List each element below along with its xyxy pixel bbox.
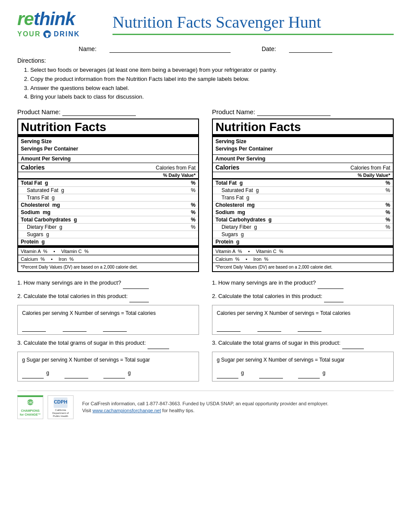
total-sugar-blank-2[interactable] [298,368,320,378]
directions-label: Directions: [17,57,394,64]
total-sugar-blank-1[interactable] [103,368,125,378]
nf-label-2: Nutrition Facts Serving Size Servings Pe… [212,119,394,272]
date-field[interactable] [289,45,332,53]
champions-label: CHAMPIONSfor CHANGE™ [20,409,41,417]
direction-item-3: Answer the questions below each label. [30,84,394,93]
nf-row-sodium-1: Sodium mg % [18,209,198,216]
nf-serving-info-2: Serving Size Servings Per Container [213,137,393,155]
cdph-logo: CDPH CaliforniaDepartment ofPublic Healt… [48,395,74,419]
nf-row-sugars-1: Sugars g [18,231,198,238]
logo-drink-text: DRINK [54,30,80,38]
question-2-2: 2. Calculate the total calories in this … [212,291,394,302]
footer-visit-text: Visit [82,408,93,413]
footer-logos: C4C CHAMPIONSfor CHANGE™ CDPH California… [17,395,74,419]
nf-minerals-1: Calcium % • Iron % [18,255,198,263]
logo-think-text: think [34,9,75,29]
nf-row-dietary-fiber-2: Dietary Fiber g % [213,224,393,231]
nf-calories-label-1: Calories [21,164,45,171]
nf-row-trans-fat-2: Trans Fat g [213,194,393,202]
nf-title-1: Nutrition Facts [18,119,198,137]
serving-size-label-2: Serving Size [215,138,390,145]
question-2-3: 3. Calculate the total grams of sugar in… [212,337,394,349]
nf-row-sodium-2: Sodium mg % [213,209,393,216]
calc-blanks-calories-1 [22,320,194,332]
calc-box-sugar-1: g Sugar per serving X Number of servings… [17,352,199,381]
nf-calories-row-1: Calories Calories from Fat [18,163,198,172]
nf-row-protein-2: Protein g [213,238,393,247]
direction-item-4: Bring your labels back to class for disc… [30,93,394,102]
direction-item-1: Select two foods or beverages (at least … [30,66,394,75]
nf-amount-per-1: Amount Per Serving [18,155,198,163]
q3-answer-1[interactable] [148,337,169,349]
nf-amount-per-2: Amount Per Serving [213,155,393,163]
name-field[interactable] [109,45,231,53]
nf-footnote-2: *Percent Daily Values (DV) are based on … [213,263,393,271]
nf-row-total-carb-2: Total Carbohydrates g % [213,216,393,224]
num-servings-blank-1[interactable] [63,321,87,332]
nf-row-total-fat-2: Total Fat g % [213,179,393,187]
date-label: Date: [262,45,276,53]
nf-calories-from-fat-2: Calories from Fat [350,165,390,171]
nf-calories-row-2: Calories Calories from Fat [213,163,393,172]
num-servings-blank-2[interactable] [257,321,281,332]
questions-1: 1. How many servings are in the product?… [17,277,199,381]
sugar-per-serving-blank-1[interactable] [22,368,44,378]
servings-per-label-2: Servings Per Container [215,145,390,153]
servings-per-label-1: Servings Per Container [21,145,196,153]
product-2-name-label: Product Name: [212,108,255,115]
nf-row-sugars-2: Sugars g [213,231,393,238]
footer-link[interactable]: www.cachampionsforchange.net [93,408,161,413]
header-title-area: Nutrition Facts Scavenger Hunt [104,13,394,35]
directions-section: Directions: Select two foods or beverage… [17,57,394,102]
product-1-name-row: Product Name: [17,108,199,116]
total-calories-blank-1[interactable] [103,321,127,332]
question-1-3: 3. Calculate the total grams of sugar in… [17,337,199,349]
calc-formula-calories-1: Calories per serving X Number of serving… [22,308,194,318]
nf-row-cholesterol-1: Cholesterol mg % [18,202,198,209]
question-2-1: 1. How many servings are in the product? [212,277,394,289]
calc-blanks-sugar-2: g g [217,367,389,378]
calories-per-serving-blank-1[interactable] [22,321,46,332]
q1-answer-2[interactable] [318,277,344,289]
nf-row-sat-fat-2: Saturated Fat g % [213,187,393,194]
product-1-name-field[interactable] [62,108,136,116]
product-column-1: Product Name: Nutrition Facts Serving Si… [17,108,199,384]
nf-row-total-fat-1: Total Fat g % [18,179,198,187]
rethink-logo: re think YOUR DRINK [17,9,104,39]
q2-answer-2[interactable] [324,291,344,302]
page-footer: C4C CHAMPIONSfor CHANGE™ CDPH California… [17,391,394,419]
total-calories-blank-2[interactable] [298,321,321,332]
nf-vitamins-2: Vitamin A % • Vitamin C % [213,247,393,255]
svg-text:CDPH: CDPH [54,399,67,404]
nf-label-1: Nutrition Facts Serving Size Servings Pe… [17,119,199,272]
nf-row-trans-fat-1: Trans Fat g [18,194,198,202]
q3-answer-2[interactable] [342,337,364,349]
calc-box-sugar-2: g Sugar per serving X Number of servings… [212,352,394,381]
page-title: Nutrition Facts Scavenger Hunt [112,13,394,35]
calories-per-serving-blank-2[interactable] [217,321,241,332]
sugar-num-servings-blank-2[interactable] [259,368,283,378]
nf-dv-header-2: % Daily Value* [213,172,393,179]
q1-answer-1[interactable] [123,277,149,289]
q2-answer-1[interactable] [129,291,149,302]
nf-row-protein-1: Protein g [18,238,198,247]
nf-serving-info-1: Serving Size Servings Per Container [18,137,198,155]
svg-text:C4C: C4C [27,401,33,404]
product-2-name-field[interactable] [257,108,331,116]
calc-formula-calories-2: Calories per serving X Number of serving… [217,308,389,318]
cdph-icon: CDPH [53,397,68,409]
two-column-layout: Product Name: Nutrition Facts Serving Si… [17,108,394,384]
nf-dv-header-1: % Daily Value* [18,172,198,179]
logo-your-text: YOUR [17,30,41,38]
calc-box-calories-2: Calories per serving X Number of serving… [212,305,394,335]
cup-icon [42,29,52,39]
footer-text: For CalFresh information, call 1-877-847… [82,400,328,414]
calc-formula-sugar-1: g Sugar per serving X Number of servings… [22,355,194,365]
nf-row-total-carb-1: Total Carbohydrates g % [18,216,198,224]
question-1-2: 2. Calculate the total calories in this … [17,291,199,302]
nf-footnote-1: *Percent Daily Values (DV) are based on … [18,263,198,271]
logo-re-text: re [17,9,34,29]
logo-area: re think YOUR DRINK [17,9,104,39]
sugar-per-serving-blank-2[interactable] [217,368,238,378]
sugar-num-servings-blank-1[interactable] [64,368,88,378]
